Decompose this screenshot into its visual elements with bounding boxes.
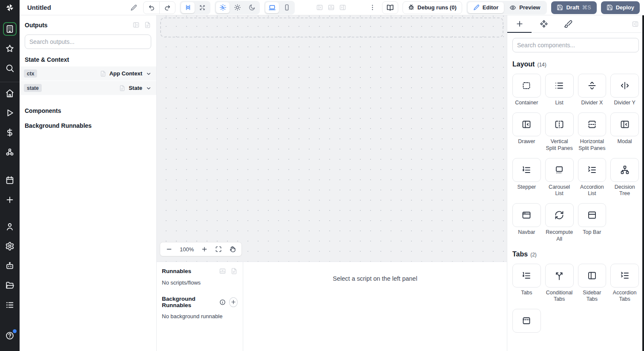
- component-card-navbar[interactable]: Navbar: [512, 203, 541, 242]
- fullwidth-toggle[interactable]: [196, 2, 209, 13]
- preview-tab[interactable]: Preview: [504, 2, 546, 13]
- sidebar-item-star[interactable]: [3, 42, 17, 55]
- sidebar-item-plus[interactable]: [3, 193, 17, 207]
- ctx-row[interactable]: ctx App Context: [20, 66, 156, 81]
- section-title-layout: Layout(14): [512, 60, 639, 68]
- mobile-view-button[interactable]: [280, 2, 293, 13]
- state-row[interactable]: state State: [20, 81, 156, 95]
- add-background-runnable-button[interactable]: [229, 297, 238, 307]
- stepper-icon: [521, 270, 532, 281]
- sidebar-item-help[interactable]: [3, 329, 17, 342]
- chevron-down-icon[interactable]: [145, 70, 152, 77]
- component-card-tabs[interactable]: Tabs: [512, 264, 541, 303]
- sidebar-item-bot[interactable]: [3, 259, 17, 273]
- tab-insert-component[interactable]: [507, 15, 532, 32]
- moon-icon: [248, 4, 256, 11]
- state-type-label: State: [129, 85, 142, 91]
- desktop-view-button[interactable]: [265, 2, 279, 13]
- collapse-outputs-button[interactable]: [132, 21, 140, 29]
- component-card-container[interactable]: Container: [512, 74, 541, 106]
- sidebar-item-folder[interactable]: [3, 279, 17, 292]
- component-card-conditional-tabs[interactable]: Conditional Tabs: [545, 264, 574, 303]
- align-center-icon: [184, 4, 192, 11]
- component-card-decision-tree[interactable]: Decision Tree: [610, 158, 639, 197]
- component-card-divider-y[interactable]: Divider Y: [610, 74, 639, 106]
- component-card-vertical-split-panes[interactable]: Vertical Split Panes: [545, 112, 574, 152]
- container-icon: [521, 81, 532, 91]
- sidebar-item-play[interactable]: [3, 106, 17, 120]
- undo-button[interactable]: [144, 2, 159, 14]
- outputs-doc-button[interactable]: [144, 21, 151, 29]
- center-canvas-toggle[interactable]: [181, 2, 195, 13]
- sidebar-item-search[interactable]: [3, 61, 17, 75]
- smartphone-icon: [283, 4, 290, 11]
- theme-light-button[interactable]: [230, 2, 244, 13]
- component-card-accordion-list[interactable]: Accordion List: [578, 158, 607, 197]
- background-runnables-heading: Background Runnables: [20, 122, 156, 129]
- component-card-divider-x[interactable]: Divider X: [578, 74, 607, 106]
- fit-view-button[interactable]: [215, 246, 222, 253]
- collapse-runnables-button[interactable]: [219, 268, 226, 275]
- components-list: Layout(14)ContainerListDivider XDivider …: [507, 33, 644, 351]
- pan-mode-button[interactable]: [229, 246, 236, 253]
- device-group: [264, 1, 295, 14]
- sidebar-item-calendar[interactable]: [3, 173, 17, 187]
- hub-icon: [5, 147, 14, 157]
- redo-button[interactable]: [159, 2, 175, 14]
- sidebar-item-list-menu[interactable]: [3, 298, 17, 312]
- tab-component-settings[interactable]: [532, 15, 556, 32]
- panel-right-icon: [632, 20, 639, 28]
- windmill-logo[interactable]: [0, 0, 20, 15]
- component-card-carousel-list[interactable]: Carousel List: [545, 158, 574, 197]
- sidebar-item-hub[interactable]: [3, 145, 17, 159]
- outputs-search-input[interactable]: [29, 38, 147, 45]
- toggle-left-panel-button[interactable]: [316, 4, 323, 11]
- theme-dark-button[interactable]: [245, 2, 259, 13]
- sidebar-item-dollar[interactable]: [3, 126, 17, 139]
- sidebar-item-home[interactable]: [3, 86, 17, 100]
- collapse-components-panel-button[interactable]: [632, 15, 639, 32]
- sidebar-item-apps[interactable]: [3, 22, 17, 36]
- rename-button[interactable]: [129, 3, 139, 13]
- component-card-horizontal-split-panes[interactable]: Horizontal Split Panes: [578, 112, 607, 152]
- theme-auto-button[interactable]: [216, 2, 230, 13]
- canvas-dropzone[interactable]: [160, 17, 503, 37]
- book-open-icon: [386, 4, 394, 12]
- draft-button[interactable]: Draft ⌘S: [551, 1, 596, 14]
- docs-button[interactable]: [382, 1, 398, 14]
- component-card-recompute-all[interactable]: Recompute All: [545, 203, 574, 242]
- components-heading: Components: [20, 107, 156, 114]
- sidebar-item-settings[interactable]: [3, 239, 17, 253]
- deploy-button[interactable]: Deploy: [601, 1, 640, 14]
- component-card-partial[interactable]: [512, 309, 541, 333]
- brush-icon: [564, 20, 572, 28]
- component-label: Navbar: [518, 229, 535, 236]
- tab-styling[interactable]: [556, 15, 580, 32]
- right-panel-scrollbar[interactable]: [642, 15, 644, 351]
- debug-runs-button[interactable]: Debug runs (0): [402, 1, 462, 14]
- component-card-stepper[interactable]: Stepper: [512, 158, 541, 197]
- component-card-list[interactable]: List: [545, 74, 574, 106]
- component-card-sidebar-tabs[interactable]: Sidebar Tabs: [578, 264, 607, 303]
- runnables-doc-button[interactable]: [230, 268, 238, 275]
- calendar-icon: [5, 176, 14, 185]
- component-card-drawer[interactable]: Drawer: [512, 112, 541, 152]
- toggle-bottom-panel-button[interactable]: [328, 4, 335, 11]
- components-search-input[interactable]: [517, 42, 634, 49]
- zoom-out-button[interactable]: [166, 246, 172, 253]
- script-detail-area: Select a script on the left panel: [243, 262, 507, 351]
- component-label: Recompute All: [545, 229, 574, 242]
- editor-tab[interactable]: Editor: [468, 2, 504, 13]
- toggle-right-panel-button[interactable]: [339, 4, 346, 11]
- component-card-top-bar[interactable]: Top Bar: [578, 203, 607, 242]
- component-card-accordion-tabs[interactable]: Accordion Tabs: [610, 264, 639, 303]
- app-canvas[interactable]: 100%: [157, 15, 507, 262]
- component-card-modal[interactable]: Modal: [610, 112, 639, 152]
- settings-icon: [5, 242, 14, 251]
- zoom-in-button[interactable]: [201, 246, 208, 253]
- more-menu-button[interactable]: [367, 2, 378, 13]
- chevron-down-icon[interactable]: [145, 85, 152, 92]
- component-label: Conditional Tabs: [545, 290, 574, 303]
- navbar-icon: [521, 210, 532, 220]
- sidebar-item-user[interactable]: [3, 220, 17, 233]
